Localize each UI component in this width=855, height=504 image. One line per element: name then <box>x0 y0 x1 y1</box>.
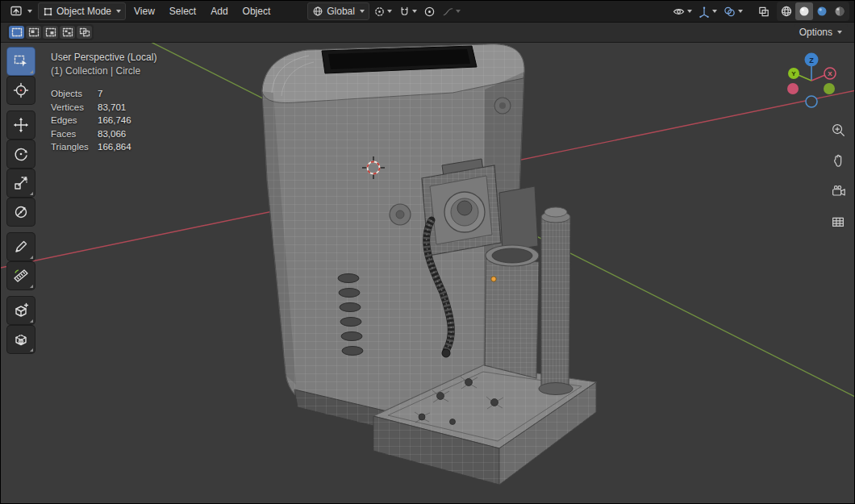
bracket-panel <box>499 186 538 251</box>
select-mode-set[interactable] <box>9 26 24 39</box>
menu-add[interactable]: Add <box>204 2 234 20</box>
proportional-editing-toggle[interactable] <box>421 3 438 20</box>
falloff-curve-icon <box>442 6 454 18</box>
tool-add-cube[interactable] <box>7 297 35 324</box>
snap-magnet-icon <box>398 6 411 18</box>
shading-wireframe-button[interactable] <box>778 2 795 20</box>
stat-faces: Faces83,066 <box>51 127 156 141</box>
perspective-label: User Perspective (Local) <box>51 51 156 65</box>
menu-view[interactable]: View <box>127 2 161 20</box>
editor-type-button[interactable] <box>6 2 36 20</box>
chevron-down-icon <box>738 10 743 13</box>
header-right-cluster <box>669 2 849 21</box>
transform-orientation-icon <box>312 6 323 17</box>
gizmo-neg-x-axis[interactable] <box>787 83 799 94</box>
ortho-grid-button[interactable] <box>825 209 851 235</box>
gizmo-y-label: Y <box>791 70 796 77</box>
model-wireframe-coffee-machine[interactable] <box>262 44 596 485</box>
camera-view-button[interactable] <box>825 178 851 204</box>
shading-rendered-icon <box>833 5 846 18</box>
chevron-down-icon <box>412 10 417 13</box>
menu-select[interactable]: Select <box>163 2 202 20</box>
tool-annotate[interactable] <box>7 233 35 260</box>
select-mode-group <box>7 24 94 40</box>
viewport-info: User Perspective (Local) (1) Collection … <box>51 51 156 154</box>
select-mode-difference[interactable] <box>60 26 75 39</box>
xray-icon <box>757 6 770 18</box>
shading-solid-icon <box>798 5 811 18</box>
blender-window: Object Mode View Select Add Object Globa… <box>0 0 855 504</box>
tool-settings-bar: Options <box>1 23 854 43</box>
snap-button[interactable] <box>396 3 419 20</box>
chevron-down-icon <box>360 10 365 13</box>
viewport-3d[interactable]: User Perspective (Local) (1) Collection … <box>1 43 855 504</box>
chevron-down-icon <box>116 10 121 13</box>
gizmo-z-label: Z <box>809 56 814 65</box>
gizmos-toggle[interactable] <box>695 3 719 20</box>
xray-toggle[interactable] <box>755 3 773 20</box>
tool-measure[interactable] <box>7 262 35 289</box>
shading-material-icon <box>815 5 828 18</box>
gizmo-neg-y-axis[interactable] <box>824 83 835 94</box>
gizmo-neg-z-axis[interactable] <box>806 96 817 107</box>
orientation-dropdown[interactable]: Global <box>307 2 369 20</box>
tool-scale[interactable] <box>7 169 35 197</box>
chevron-down-icon <box>456 10 461 13</box>
proportional-editing-icon <box>423 6 436 18</box>
body-side-button <box>494 98 511 114</box>
tool-move[interactable] <box>7 111 35 139</box>
shading-material-button[interactable] <box>813 2 831 20</box>
zoom-button[interactable] <box>825 117 851 143</box>
shading-rendered-button[interactable] <box>831 2 849 20</box>
tool-select-box[interactable] <box>7 48 35 75</box>
mode-dropdown[interactable]: Object Mode <box>38 2 126 20</box>
stat-vertices: Vertices83,701 <box>51 101 156 115</box>
orientation-label: Global <box>327 6 355 17</box>
shading-mode-group <box>777 2 849 21</box>
tool-add-primitive[interactable] <box>7 326 35 353</box>
menu-object[interactable]: Object <box>236 2 277 20</box>
toolbar <box>7 48 35 353</box>
visibility-dropdown[interactable] <box>669 3 694 20</box>
select-mode-subtract[interactable] <box>43 26 58 39</box>
overlays-icon <box>723 6 736 18</box>
mode-label: Object Mode <box>56 6 111 17</box>
chevron-down-icon <box>27 10 32 13</box>
body-front-dial <box>390 204 411 225</box>
collection-label: (1) Collection | Circle <box>51 65 156 78</box>
object-origin-dot <box>491 277 496 281</box>
stat-triangles: Triangles166,864 <box>51 140 156 154</box>
tool-rotate[interactable] <box>7 140 35 168</box>
select-mode-intersect[interactable] <box>77 26 92 39</box>
tool-transform[interactable] <box>7 198 35 226</box>
chevron-down-icon <box>837 31 842 34</box>
chevron-down-icon <box>712 10 717 13</box>
stat-edges: Edges166,746 <box>51 114 156 127</box>
falloff-dropdown[interactable] <box>440 3 463 20</box>
pivot-point-icon <box>373 6 386 18</box>
milk-pitcher[interactable] <box>485 245 539 378</box>
chevron-down-icon <box>687 10 692 13</box>
overlays-toggle[interactable] <box>720 3 745 20</box>
tool-cursor[interactable] <box>7 77 35 104</box>
gizmo-x-label: X <box>828 70 832 77</box>
shading-wireframe-icon <box>780 5 793 18</box>
options-label: Options <box>799 27 832 38</box>
viewport-side-controls <box>825 117 851 235</box>
editor-type-icon <box>10 5 23 18</box>
select-mode-extend[interactable] <box>26 26 41 39</box>
options-dropdown[interactable]: Options <box>794 24 848 40</box>
stat-objects: Objects7 <box>51 87 156 101</box>
steam-wand-cylinder[interactable] <box>539 207 573 395</box>
pan-hand-button[interactable] <box>825 148 851 173</box>
pivot-point-button[interactable] <box>371 3 394 20</box>
chevron-down-icon <box>387 10 392 13</box>
navigation-gizmo[interactable]: Z Y X <box>780 49 843 112</box>
gizmos-icon <box>698 6 711 18</box>
object-mode-icon <box>43 6 53 17</box>
scene-stats: Objects7 Vertices83,701 Edges166,746 Fac… <box>51 87 156 154</box>
shading-solid-button[interactable] <box>795 2 813 20</box>
viewport-header: Object Mode View Select Add Object Globa… <box>1 1 854 23</box>
visibility-eye-icon <box>672 6 686 18</box>
